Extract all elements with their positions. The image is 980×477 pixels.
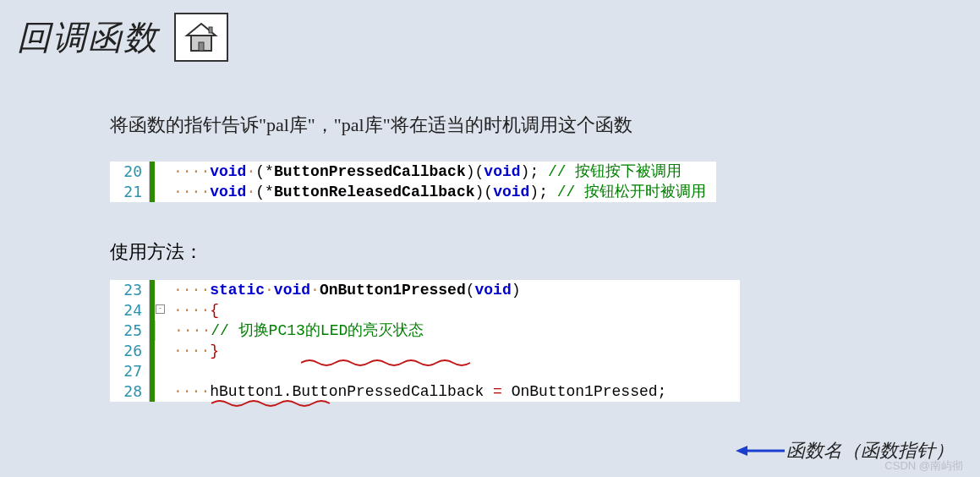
watermark: CSDN @南屿彻 — [884, 458, 963, 474]
line-number: 23 — [110, 280, 150, 300]
code-text: ····void·(*ButtonPressedCallback)(void);… — [167, 162, 692, 182]
code-line: 21 ····void·(*ButtonReleasedCallback)(vo… — [110, 182, 716, 202]
svg-rect-2 — [199, 42, 204, 51]
code-line: 28 ····hButton1.ButtonPressedCallback = … — [110, 381, 740, 402]
line-number: 20 — [110, 162, 150, 182]
home-icon[interactable] — [174, 13, 228, 62]
code-block-1: 20 ····void·(*ButtonPressedCallback)(voi… — [110, 162, 716, 202]
svg-marker-5 — [736, 446, 747, 456]
code-line: 23 ····static·void·OnButton1Pressed(void… — [110, 280, 740, 300]
fold-margin — [155, 381, 167, 402]
squiggle-underline-icon — [211, 398, 342, 408]
line-number: 25 — [110, 321, 150, 341]
fold-margin — [155, 162, 167, 182]
fold-margin — [155, 182, 167, 202]
line-number: 21 — [110, 182, 150, 202]
page-title: 回调函数 — [17, 14, 159, 61]
line-number: 27 — [110, 361, 150, 381]
code-line: 25 ····// 切换PC13的LED的亮灭状态 — [110, 321, 740, 341]
code-text: ····// 切换PC13的LED的亮灭状态 — [167, 321, 434, 341]
description-text: 将函数的指针告诉"pal库"，"pal库"将在适当的时机调用这个函数 — [110, 112, 946, 138]
fold-margin — [155, 280, 167, 300]
fold-margin — [155, 341, 167, 361]
fold-minus-icon[interactable]: - — [156, 304, 165, 314]
code-text: ····void·(*ButtonReleasedCallback)(void)… — [167, 182, 716, 202]
line-number: 28 — [110, 381, 150, 402]
code-text: ····{ — [167, 300, 229, 321]
squiggle-underline-icon — [301, 358, 479, 368]
fold-margin — [155, 361, 167, 381]
code-text — [167, 361, 193, 381]
code-line: 24 - ····{ — [110, 300, 740, 321]
code-line: 20 ····void·(*ButtonPressedCallback)(voi… — [110, 162, 716, 182]
arrow-left-icon — [736, 443, 786, 458]
subtitle: 使用方法： — [110, 239, 946, 265]
content: 将函数的指针告诉"pal库"，"pal库"将在适当的时机调用这个函数 20 ··… — [0, 112, 980, 402]
code-text: ····} — [167, 341, 229, 361]
code-text: ····static·void·OnButton1Pressed(void) — [167, 280, 531, 300]
svg-rect-3 — [209, 27, 212, 33]
fold-margin[interactable]: - — [155, 300, 167, 321]
fold-margin — [155, 321, 167, 341]
line-number: 24 — [110, 300, 150, 321]
code-block-2: 23 ····static·void·OnButton1Pressed(void… — [110, 280, 740, 402]
title-row: 回调函数 — [0, 0, 980, 62]
line-number: 26 — [110, 341, 150, 361]
